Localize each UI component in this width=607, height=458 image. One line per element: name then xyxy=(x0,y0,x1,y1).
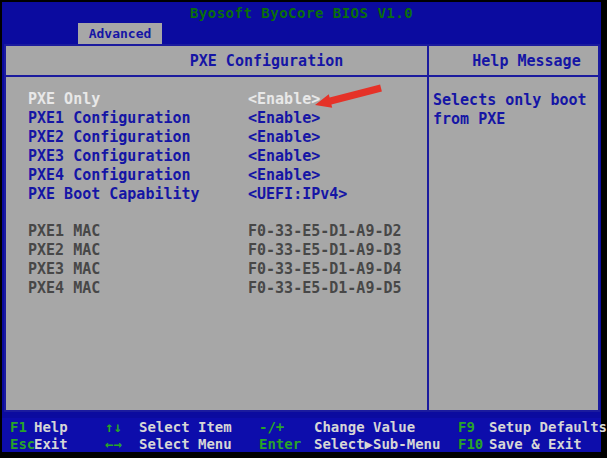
setting-row[interactable]: PXE4 Configuration<Enable> xyxy=(6,167,427,186)
setting-label: PXE1 Configuration xyxy=(28,110,191,127)
setting-value: <Enable> xyxy=(248,110,320,127)
mac-value: F0-33-E5-D1-A9-D5 xyxy=(248,280,402,297)
main-panel: PXE Configuration Help Message PXE Only<… xyxy=(4,44,600,412)
hotkey-label-f9: Setup Defaults xyxy=(489,420,607,435)
bios-screen-frame: Byosoft ByoCore BIOS V1.0 Advanced PXE C… xyxy=(0,0,607,458)
mac-value: F0-33-E5-D1-A9-D3 xyxy=(248,242,402,259)
mac-address-list: PXE1 MACF0-33-E5-D1-A9-D2PXE2 MACF0-33-E… xyxy=(6,223,427,299)
hotkey-label-leftright-arrows: Select Menu xyxy=(139,437,232,452)
hotkey-key-updown-arrows: ↑↓ xyxy=(105,420,122,435)
hotkey-key-minus-plus: -/+ xyxy=(259,420,284,435)
hotkey-key-f10: F10 xyxy=(458,437,483,452)
setting-value: <UEFI:IPv4> xyxy=(248,186,347,203)
hotkey-label-updown-arrows: Select Item xyxy=(139,420,232,435)
help-line-2: from PXE xyxy=(433,110,505,128)
setting-label: PXE3 Configuration xyxy=(28,148,191,165)
bios-screen: Byosoft ByoCore BIOS V1.0 Advanced PXE C… xyxy=(2,2,601,452)
setting-label: PXE Boot Capability xyxy=(28,186,200,203)
setting-value: <Enable> xyxy=(248,148,320,165)
mac-value: F0-33-E5-D1-A9-D4 xyxy=(248,261,402,278)
hotkey-label-f10: Save & Exit xyxy=(489,437,582,452)
mac-label: PXE4 MAC xyxy=(28,280,100,297)
panel-header: PXE Configuration Help Message xyxy=(6,46,598,77)
setting-label: PXE2 Configuration xyxy=(28,129,191,146)
hotkey-key-leftright-arrows: ←→ xyxy=(105,437,122,452)
panel-divider xyxy=(427,46,429,410)
setting-label: PXE Only xyxy=(28,91,100,108)
setting-row[interactable]: PXE2 Configuration<Enable> xyxy=(6,129,427,148)
setting-row[interactable]: PXE Boot Capability<UEFI:IPv4> xyxy=(6,186,427,205)
hotkey-label-enter: Select▶Sub-Menu xyxy=(314,437,440,452)
mac-row: PXE1 MACF0-33-E5-D1-A9-D2 xyxy=(6,223,427,242)
mac-value: F0-33-E5-D1-A9-D2 xyxy=(248,223,402,240)
help-message-text: Selects only bootfrom PXE xyxy=(433,91,594,129)
setting-value: <Enable> xyxy=(248,129,320,146)
mac-row: PXE3 MACF0-33-E5-D1-A9-D4 xyxy=(6,261,427,280)
mac-row: PXE4 MACF0-33-E5-D1-A9-D5 xyxy=(6,280,427,299)
mac-row: PXE2 MACF0-33-E5-D1-A9-D3 xyxy=(6,242,427,261)
setting-value: <Enable> xyxy=(248,91,320,108)
page-title: PXE Configuration xyxy=(6,46,427,77)
hotkey-label-esc: Exit xyxy=(34,437,68,452)
setting-label: PXE4 Configuration xyxy=(28,167,191,184)
hotkey-key-esc: Esc xyxy=(10,437,35,452)
hotkey-label-f1: Help xyxy=(34,420,68,435)
hotkey-legend-bar: F1Help↑↓Select Item-/+Change ValueF9Setu… xyxy=(2,418,601,452)
hotkey-key-f9: F9 xyxy=(458,420,475,435)
setting-row[interactable]: PXE3 Configuration<Enable> xyxy=(6,148,427,167)
setting-value: <Enable> xyxy=(248,167,320,184)
bios-version-title: Byosoft ByoCore BIOS V1.0 xyxy=(2,5,601,21)
help-panel-title: Help Message xyxy=(429,46,598,77)
mac-label: PXE2 MAC xyxy=(28,242,100,259)
mac-label: PXE1 MAC xyxy=(28,223,100,240)
hotkey-label-minus-plus: Change Value xyxy=(314,420,415,435)
mac-label: PXE3 MAC xyxy=(28,261,100,278)
setting-row[interactable]: PXE1 Configuration<Enable> xyxy=(6,110,427,129)
help-line-1: Selects only boot xyxy=(433,91,587,109)
hotkey-key-enter: Enter xyxy=(259,437,301,452)
red-arrow-icon xyxy=(311,84,387,110)
hotkey-key-f1: F1 xyxy=(10,420,27,435)
tab-advanced[interactable]: Advanced xyxy=(78,23,162,44)
